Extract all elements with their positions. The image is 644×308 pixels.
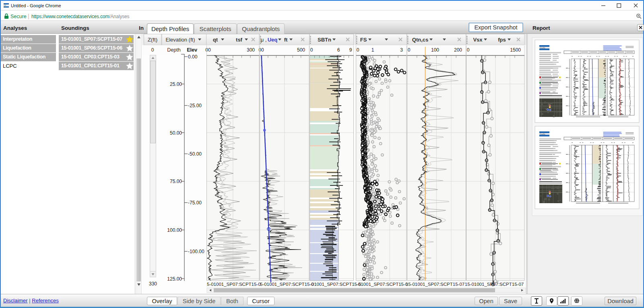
svg-text:-01001_SP07:SCPT15-0: -01001_SP07:SCPT15-0 <box>357 282 408 287</box>
svg-text:5-01001_SP07:SCPT15-0: 5-01001_SP07:SCPT15-0 <box>207 282 261 287</box>
svg-text:1500: 1500 <box>510 47 521 53</box>
svg-text:0.00: 0.00 <box>188 54 198 60</box>
svg-text:0: 0 <box>310 47 313 53</box>
svg-text:Vsx: Vsx <box>473 37 483 43</box>
svg-text:75.00: 75.00 <box>170 179 182 184</box>
svg-text:-50.00: -50.00 <box>188 151 202 157</box>
svg-text:200: 200 <box>454 47 462 53</box>
svg-text:00: 00 <box>205 47 211 53</box>
svg-text:-25.00: -25.00 <box>188 103 202 108</box>
svg-text:Elevation (ft): Elevation (ft) <box>166 37 195 43</box>
svg-text:15-01001_SP07:SCPT15-07: 15-01001_SP07:SCPT15-07 <box>465 282 524 287</box>
svg-text:50.00: 50.00 <box>170 130 182 136</box>
svg-text:100.00: 100.00 <box>167 227 182 233</box>
svg-text:330: 330 <box>149 281 157 287</box>
svg-text:tsf: tsf <box>236 37 243 43</box>
svg-text:ConeTec: ConeTec <box>540 133 545 135</box>
svg-text:Ueq: Ueq <box>268 37 278 43</box>
svg-text:300: 300 <box>247 47 255 53</box>
svg-text:9: 9 <box>349 47 352 53</box>
svg-text:1: 1 <box>372 47 374 53</box>
svg-text:Depth: Depth <box>167 47 180 53</box>
svg-text:6: 6 <box>337 47 340 53</box>
svg-text:100: 100 <box>431 47 439 53</box>
svg-text:μ ,: μ , <box>261 37 267 43</box>
svg-text:CT: CT <box>4 4 6 6</box>
svg-text:125.00: 125.00 <box>167 276 182 282</box>
svg-text:ConeTec: ConeTec <box>540 47 545 49</box>
svg-text:fps: fps <box>498 37 506 43</box>
svg-text:3: 3 <box>400 47 403 53</box>
svg-text:5-01001_SP07:SCPT15-0: 5-01001_SP07:SCPT15-0 <box>260 282 314 287</box>
svg-text:ft: ft <box>284 37 288 43</box>
svg-text:0: 0 <box>408 47 411 53</box>
svg-text:qt: qt <box>213 37 218 43</box>
svg-text:-100.00: -100.00 <box>188 249 204 254</box>
svg-text:0: 0 <box>151 47 154 53</box>
svg-text:-75.00: -75.00 <box>188 200 202 206</box>
svg-text:Z(ft): Z(ft) <box>148 37 158 43</box>
svg-text:-01001_SP07:SCPT15-5: -01001_SP07:SCPT15-5 <box>310 282 361 287</box>
svg-text:0: 0 <box>467 47 470 53</box>
svg-text:0: 0 <box>357 47 359 53</box>
svg-text:Qtn,cs: Qtn,cs <box>412 37 428 43</box>
svg-text:FS: FS <box>360 37 367 43</box>
svg-text:25.00: 25.00 <box>170 81 182 87</box>
svg-text:Elev: Elev <box>187 47 197 53</box>
svg-text:SBTn: SBTn <box>318 37 331 43</box>
svg-text:15-01001_SP07:SCPT15-07: 15-01001_SP07:SCPT15-07 <box>406 282 464 287</box>
svg-text:500: 500 <box>297 47 305 53</box>
